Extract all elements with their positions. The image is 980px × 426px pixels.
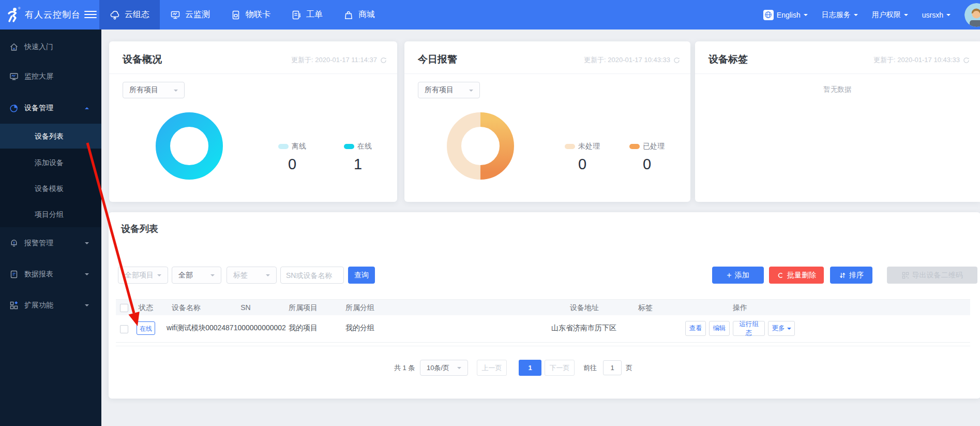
sidebar-subitem-label: 项目分组 [35, 210, 64, 218]
current-page-button[interactable]: 1 [519, 360, 541, 376]
tab-cloud-scada[interactable]: 云组态 [99, 0, 160, 30]
goto-unit: 页 [626, 363, 632, 373]
tab-iot-sim[interactable]: 物联卡 [220, 0, 281, 30]
sort-label: 排序 [849, 271, 864, 280]
row-checkbox[interactable] [120, 325, 128, 333]
log-service-menu[interactable]: 日志服务 [822, 10, 858, 20]
edit-button[interactable]: 编辑 [709, 321, 730, 336]
project-filter-select[interactable]: 所有项目 [123, 82, 185, 98]
sidebar-item-add-device[interactable]: 添加设备 [0, 150, 101, 175]
sidebar-item-extensions[interactable]: 扩展功能 [0, 295, 101, 316]
table-row: 在线 wifi测试模块 00024871000000000002 我的项目 我的… [116, 315, 970, 343]
cell-sn: 00024871000000000002 [205, 324, 286, 332]
sidebar: 快速入门 监控大屏 设备管理 设备列表 添加设备 设备模板 [0, 30, 101, 426]
chevron-down-icon [469, 90, 473, 94]
add-label: 添加 [735, 271, 749, 280]
tab-label: 工单 [306, 9, 323, 20]
search-input[interactable] [280, 267, 344, 284]
select-all-checkbox[interactable] [120, 304, 128, 312]
refresh-icon[interactable] [963, 57, 970, 64]
batch-delete-label: 批量删除 [787, 271, 816, 280]
chevron-down-icon [85, 242, 89, 246]
user-menu[interactable]: usrsxh [922, 11, 951, 19]
card-title: 设备概况 [123, 53, 162, 66]
sidebar-item-device-list[interactable]: 设备列表 [0, 124, 101, 149]
data-report-icon [9, 270, 19, 279]
prev-page-button[interactable]: 上一页 [477, 360, 507, 376]
user-permission-label: 用户权限 [872, 10, 901, 20]
card-updated: 更新于: 2020-01-17 10:43:33 [873, 55, 970, 65]
legend-online: 在线 1 [339, 142, 376, 173]
next-page-button[interactable]: 下一页 [545, 360, 575, 376]
query-label: 查询 [354, 271, 369, 280]
chevron-down-icon [210, 274, 215, 278]
filter-tag-select[interactable]: 标签 [227, 267, 277, 284]
sort-button[interactable]: 排序 [830, 267, 872, 284]
iot-sim-card-icon [231, 10, 241, 20]
cell-project: 我的项目 [289, 324, 318, 333]
log-service-label: 日志服务 [822, 10, 851, 20]
chevron-down-icon [904, 14, 908, 18]
legend-unhandled: 未处理 0 [564, 142, 601, 173]
filter-project-select[interactable]: 全部项目 [118, 267, 168, 284]
sidebar-item-project-group[interactable]: 项目分组 [0, 201, 101, 227]
batch-delete-icon [777, 272, 784, 279]
sidebar-item-alarm-management[interactable]: 报警管理 [0, 233, 101, 254]
sidebar-item-label: 快速入门 [24, 42, 53, 52]
goto-page-input[interactable] [603, 360, 622, 375]
card-updated: 更新于: 2020-01-17 11:14:37 [291, 55, 387, 65]
updated-text: 更新于: 2020-01-17 10:43:33 [873, 55, 960, 65]
language-menu[interactable]: English [763, 10, 808, 20]
user-permission-menu[interactable]: 用户权限 [872, 10, 908, 20]
current-page-label: 1 [528, 364, 532, 372]
device-overview-card: 设备概况 更新于: 2020-01-17 11:14:37 所有项目 离线 [109, 41, 397, 202]
select-value: 所有项目 [425, 85, 454, 95]
refresh-icon[interactable] [673, 57, 680, 64]
cell-device-name: wifi测试模块 [167, 324, 206, 333]
sidebar-item-device-management[interactable]: 设备管理 [0, 98, 101, 119]
plus-icon: + [727, 271, 731, 280]
top-nav: 云组态 云监测 物联卡 [99, 0, 385, 30]
run-scada-button[interactable]: 运行组态 [733, 321, 765, 336]
add-button[interactable]: + 添加 [712, 267, 764, 284]
legend-label: 离线 [292, 142, 306, 151]
usr-logo-icon: ® [5, 6, 22, 23]
view-button[interactable]: 查看 [685, 321, 706, 336]
username-label: usrsxh [922, 11, 943, 19]
col-actions: 操作 [733, 300, 747, 315]
chevron-down-icon [787, 328, 791, 332]
sidebar-subitem-label: 设备列表 [35, 132, 64, 140]
device-tags-card: 设备标签 更新于: 2020-01-17 10:43:33 暂无数据 [695, 41, 980, 202]
refresh-icon[interactable] [380, 57, 387, 64]
more-button[interactable]: 更多 [768, 321, 795, 336]
col-group: 所属分组 [345, 300, 374, 315]
select-placeholder: 全部项目 [125, 271, 154, 280]
sidebar-item-device-template[interactable]: 设备模板 [0, 175, 101, 201]
chevron-down-icon [804, 14, 808, 18]
updated-text: 更新于: 2020-01-17 10:43:33 [584, 55, 670, 65]
page-size-select[interactable]: 10条/页 [420, 360, 468, 376]
tab-work-order[interactable]: 工单 [281, 0, 333, 30]
tab-shop[interactable]: 商城 [333, 0, 385, 30]
export-qr-button[interactable]: 导出设备二维码 [887, 267, 977, 284]
dashboard-screen-icon [9, 72, 19, 81]
filter-status-select[interactable]: 全部 [172, 267, 221, 284]
page-size-value: 10条/页 [427, 363, 449, 373]
sidebar-item-monitor-screen[interactable]: 监控大屏 [0, 66, 101, 87]
sidebar-item-quick-start[interactable]: 快速入门 [0, 37, 101, 57]
tab-label: 云监测 [185, 9, 210, 20]
query-button[interactable]: 查询 [348, 267, 375, 284]
run-scada-label: 运行组态 [736, 320, 761, 337]
chevron-down-icon [174, 90, 178, 94]
project-filter-select[interactable]: 所有项目 [418, 82, 480, 98]
batch-delete-button[interactable]: 批量删除 [769, 267, 824, 284]
extensions-grid-icon [9, 301, 19, 310]
topbar-right: English 日志服务 用户权限 usrsxh [763, 0, 980, 30]
sidebar-toggle-icon[interactable] [84, 11, 97, 19]
chevron-down-icon [157, 274, 161, 278]
sidebar-item-data-report[interactable]: 数据报表 [0, 264, 101, 285]
status-badge[interactable]: 在线 [137, 321, 155, 335]
tab-label: 云组态 [125, 9, 149, 20]
avatar[interactable] [964, 3, 980, 27]
tab-cloud-monitor[interactable]: 云监测 [160, 0, 220, 30]
